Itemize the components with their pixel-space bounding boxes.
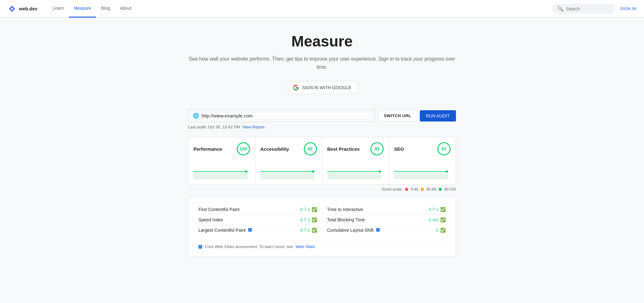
nav-about[interactable]: About bbox=[115, 0, 137, 18]
score-scale: Score scale: 0-49 50-89 90-100 bbox=[188, 187, 456, 192]
search-box[interactable]: 🔍 bbox=[552, 4, 615, 14]
metrics-box: First Contentful Paint 0.7 s ✅ Speed Ind… bbox=[188, 197, 456, 257]
metric-cls: Cumulative Layout Shift 0 ✅ bbox=[327, 225, 446, 235]
score-range-50-89: 50-89 bbox=[426, 187, 436, 192]
score-range-90-100: 90-100 bbox=[444, 187, 456, 192]
search-input[interactable] bbox=[566, 6, 610, 11]
score-card-accessibility: Accessibility 92 bbox=[255, 137, 322, 184]
metrics-left: First Contentful Paint 0.7 s ✅ Speed Ind… bbox=[198, 204, 317, 235]
score-card-best-practices: Best Practices 93 bbox=[322, 137, 389, 184]
score-circle-accessibility: 92 bbox=[304, 142, 317, 155]
cwv-note-suffix: . bbox=[318, 244, 319, 249]
metric-lcp-name: Largest Contentful Paint bbox=[198, 228, 252, 233]
metric-si-value: 0.7 s ✅ bbox=[300, 217, 317, 222]
url-section: 🌐 SWITCH URL RUN AUDIT Last audit: Oct 3… bbox=[188, 109, 456, 257]
search-icon: 🔍 bbox=[557, 6, 564, 12]
cwv-note: Core Web Vitals assessment. To learn mor… bbox=[198, 240, 446, 249]
score-card-name-best-practices: Best Practices bbox=[327, 146, 360, 152]
metric-tti-value: 0.7 s ✅ bbox=[429, 207, 446, 212]
run-audit-button[interactable]: RUN AUDIT bbox=[420, 110, 456, 122]
cwv-note-text: Core Web Vitals assessment. To learn mor… bbox=[205, 244, 293, 249]
logo[interactable]: web.dev bbox=[8, 4, 37, 13]
nav-learn[interactable]: Learn bbox=[47, 0, 69, 18]
switch-url-button[interactable]: SWITCH URL bbox=[378, 110, 417, 122]
cwv-icon-cls bbox=[376, 228, 380, 232]
cwv-icon-lcp bbox=[248, 228, 252, 232]
metric-fcp: First Contentful Paint 0.7 s ✅ bbox=[198, 204, 317, 215]
score-chart-accessibility bbox=[260, 160, 317, 179]
scale-green-dot bbox=[439, 188, 442, 191]
metric-tti: Time to Interactive 0.7 s ✅ bbox=[327, 204, 446, 215]
metric-cls-value: 0 ✅ bbox=[436, 228, 446, 233]
metric-si-name: Speed Index bbox=[198, 217, 223, 222]
main-content: Measure See how well your website perfor… bbox=[180, 18, 464, 272]
metric-tbt: Total Blocking Time 0 ms ✅ bbox=[327, 215, 446, 225]
metric-fcp-value: 0.7 s ✅ bbox=[300, 207, 317, 212]
metric-tbt-name: Total Blocking Time bbox=[327, 217, 365, 222]
score-card-performance: Performance 100 bbox=[188, 137, 255, 184]
fcp-check-icon: ✅ bbox=[312, 207, 317, 212]
metrics-grid: First Contentful Paint 0.7 s ✅ Speed Ind… bbox=[198, 204, 446, 235]
score-chart-seo bbox=[394, 160, 451, 179]
metrics-right: Time to Interactive 0.7 s ✅ Total Blocki… bbox=[327, 204, 446, 235]
score-card-name-seo: SEO bbox=[394, 146, 404, 152]
view-report-link[interactable]: View Report bbox=[242, 125, 265, 129]
page-subtitle: See how well your website performs. Then… bbox=[188, 55, 456, 71]
score-scale-label: Score scale: bbox=[382, 187, 402, 192]
sign-in-google-button[interactable]: SIGN IN WITH GOOGLE bbox=[286, 81, 358, 94]
metric-cls-name: Cumulative Layout Shift bbox=[327, 228, 380, 233]
score-circle-best-practices: 93 bbox=[370, 142, 384, 155]
url-input[interactable] bbox=[202, 113, 371, 118]
navbar: web.dev Learn Measure Blog About 🔍 SIGN … bbox=[0, 0, 644, 18]
logo-text: web.dev bbox=[19, 6, 37, 11]
globe-icon: 🌐 bbox=[193, 113, 199, 119]
scale-orange-dot bbox=[421, 188, 424, 191]
si-check-icon: ✅ bbox=[312, 217, 317, 222]
score-range-0-49: 0-49 bbox=[411, 187, 418, 192]
lcp-check-icon: ✅ bbox=[312, 228, 317, 233]
metric-lcp-value: 0.7 s ✅ bbox=[300, 228, 317, 233]
tbt-check-icon: ✅ bbox=[440, 217, 446, 222]
score-chart-best-practices bbox=[327, 160, 384, 179]
score-circle-seo: 91 bbox=[437, 142, 451, 155]
sign-in-button[interactable]: SIGN IN bbox=[620, 6, 636, 11]
score-card-name-performance: Performance bbox=[193, 146, 222, 152]
nav-measure[interactable]: Measure bbox=[69, 0, 96, 18]
page-title: Measure bbox=[188, 33, 456, 50]
score-circle-performance: 100 bbox=[237, 142, 250, 155]
web-vitals-link[interactable]: Web Vitals bbox=[296, 244, 315, 249]
metric-lcp: Largest Contentful Paint 0.7 s ✅ bbox=[198, 225, 317, 235]
score-chart-performance bbox=[193, 160, 250, 179]
url-bar: 🌐 SWITCH URL RUN AUDIT bbox=[188, 109, 456, 122]
metric-si: Speed Index 0.7 s ✅ bbox=[198, 215, 317, 225]
last-audit-text: Last audit: Oct 30, 10:42 PM bbox=[188, 125, 240, 129]
nav-right: 🔍 SIGN IN bbox=[552, 4, 636, 14]
metric-tti-name: Time to Interactive bbox=[327, 207, 363, 212]
metric-tbt-value: 0 ms ✅ bbox=[429, 217, 446, 222]
score-card-name-accessibility: Accessibility bbox=[260, 146, 289, 152]
score-cards: Performance 100 Accessibility 92 bbox=[188, 137, 456, 185]
metric-fcp-name: First Contentful Paint bbox=[198, 207, 240, 212]
google-btn-label: SIGN IN WITH GOOGLE bbox=[302, 85, 351, 90]
google-icon bbox=[293, 84, 299, 91]
scale-red-dot bbox=[405, 188, 408, 191]
nav-links: Learn Measure Blog About bbox=[47, 0, 552, 18]
nav-blog[interactable]: Blog bbox=[96, 0, 115, 18]
cls-check-icon: ✅ bbox=[440, 228, 446, 233]
cwv-badge-icon bbox=[198, 245, 202, 249]
tti-check-icon: ✅ bbox=[440, 207, 446, 212]
url-input-wrap[interactable]: 🌐 bbox=[188, 109, 375, 122]
score-card-seo: SEO 91 bbox=[389, 137, 456, 184]
